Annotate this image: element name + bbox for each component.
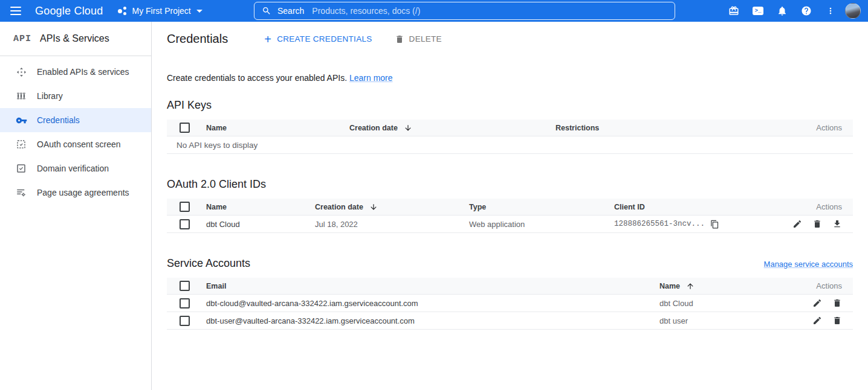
column-header-type[interactable]: Type <box>469 203 614 211</box>
manage-service-accounts-link[interactable]: Manage service accounts <box>764 260 853 269</box>
enabled-apis-icon <box>15 66 27 78</box>
service-account-name: dbt Cloud <box>659 299 798 308</box>
oauth-client-name: dbt Cloud <box>206 220 315 229</box>
api-keys-table: Name Creation date Restrictions Actions … <box>167 120 853 154</box>
table-row: dbt Cloud Jul 18, 2022 Web application 1… <box>167 216 853 233</box>
delete-icon[interactable] <box>832 316 842 325</box>
sort-descending-icon <box>369 203 378 211</box>
sidebar-item-label: Domain verification <box>37 164 109 173</box>
sidebar-item-page-usage-agreements[interactable]: Page usage agreements <box>0 181 151 205</box>
column-header-actions: Actions <box>786 202 853 211</box>
oauth-title: OAuth 2.0 Client IDs <box>167 178 853 191</box>
create-credentials-button[interactable]: + CREATE CREDENTIALS <box>264 33 372 45</box>
more-vertical-icon[interactable] <box>821 1 840 21</box>
column-header-creation-date[interactable]: Creation date <box>349 124 555 132</box>
copy-icon[interactable] <box>710 220 719 229</box>
top-navigation-bar: Google Cloud My First Project Search Pro… <box>0 0 868 22</box>
api-keys-empty-message: No API keys to display <box>167 136 853 154</box>
edit-icon[interactable] <box>812 298 822 308</box>
delete-icon[interactable] <box>832 298 842 308</box>
column-header-actions: Actions <box>786 123 853 132</box>
sidebar-item-label: Page usage agreements <box>37 188 129 197</box>
free-trial-gift-icon[interactable] <box>724 1 743 21</box>
service-accounts-header: Service Accounts Manage service accounts <box>167 257 853 270</box>
page-usage-icon <box>15 187 27 199</box>
sidebar-item-label: Library <box>37 91 63 101</box>
api-product-icon: API <box>13 34 31 44</box>
service-accounts-title: Service Accounts <box>167 257 250 270</box>
project-selector[interactable]: My First Project <box>117 6 202 16</box>
search-placeholder: Products, resources, docs (/) <box>312 6 420 16</box>
domain-verification-icon <box>15 162 27 174</box>
sidebar-item-label: Credentials <box>37 115 80 125</box>
table-row: dbt-user@vaulted-arcana-332422.iam.gserv… <box>167 312 853 330</box>
row-checkbox[interactable] <box>180 298 190 308</box>
google-cloud-logo[interactable]: Google Cloud <box>35 5 103 18</box>
delete-button[interactable]: DELETE <box>395 34 442 44</box>
cloud-shell-icon[interactable]: >_ <box>748 1 768 21</box>
sidebar-item-library[interactable]: Library <box>0 84 151 108</box>
main-content: Credentials + CREATE CREDENTIALS DELETE … <box>152 22 868 390</box>
service-accounts-table: Email Name Actions dbt-cloud@vaulted-arc… <box>167 278 853 330</box>
api-keys-title: API Keys <box>167 99 853 112</box>
sort-ascending-icon <box>686 282 695 290</box>
sidebar-item-label: Enabled APIs & services <box>37 67 129 77</box>
notifications-bell-icon[interactable] <box>772 1 792 21</box>
trash-icon <box>395 34 404 44</box>
user-avatar[interactable] <box>845 3 861 19</box>
hamburger-menu-icon[interactable] <box>4 0 28 22</box>
edit-icon[interactable] <box>792 219 802 229</box>
sidebar-item-enabled-apis[interactable]: Enabled APIs & services <box>0 60 151 84</box>
help-icon[interactable] <box>797 1 816 21</box>
sidebar-header: API APIs & Services <box>0 22 151 56</box>
page-title: Credentials <box>167 32 228 46</box>
column-header-client-id[interactable]: Client ID <box>614 203 786 211</box>
topbar-left: Google Cloud My First Project <box>0 0 254 22</box>
service-accounts-header-row: Email Name Actions <box>167 278 853 295</box>
sidebar-item-credentials[interactable]: Credentials <box>0 108 151 132</box>
column-header-creation-date[interactable]: Creation date <box>315 203 469 211</box>
sidebar-title: APIs & Services <box>40 33 109 44</box>
download-icon[interactable] <box>832 219 842 229</box>
service-account-email: dbt-cloud@vaulted-arcana-332422.iam.gser… <box>206 299 659 308</box>
edit-icon[interactable] <box>812 316 822 325</box>
row-checkbox[interactable] <box>180 219 190 229</box>
oauth-consent-icon <box>15 138 27 150</box>
row-checkbox[interactable] <box>180 316 190 326</box>
key-icon <box>15 114 27 126</box>
oauth-type: Web application <box>469 220 614 229</box>
table-row: dbt-cloud@vaulted-arcana-332422.iam.gser… <box>167 295 853 312</box>
sort-descending-icon <box>404 124 412 132</box>
select-all-checkbox[interactable] <box>180 123 190 133</box>
intro-text: Create credentials to access your enable… <box>167 73 853 83</box>
oauth-client-id: 128886265561-3ncv... <box>614 220 705 228</box>
sidebar-item-oauth-consent[interactable]: OAuth consent screen <box>0 132 151 156</box>
sidebar-item-label: OAuth consent screen <box>37 139 121 149</box>
column-header-name[interactable]: Name <box>659 282 798 290</box>
column-header-email[interactable]: Email <box>206 282 659 290</box>
service-account-email: dbt-user@vaulted-arcana-332422.iam.gserv… <box>206 316 659 325</box>
page-toolbar: Credentials + CREATE CREDENTIALS DELETE <box>152 22 868 56</box>
sidebar: API APIs & Services Enabled APIs & servi… <box>0 22 152 390</box>
api-keys-header-row: Name Creation date Restrictions Actions <box>167 120 853 136</box>
column-header-name[interactable]: Name <box>206 124 349 132</box>
select-all-checkbox[interactable] <box>180 281 190 291</box>
select-all-checkbox[interactable] <box>180 202 190 212</box>
sidebar-item-domain-verification[interactable]: Domain verification <box>0 156 151 181</box>
search-input[interactable]: Search Products, resources, docs (/) <box>254 2 675 20</box>
chevron-down-icon <box>196 10 202 13</box>
learn-more-link[interactable]: Learn more <box>349 73 393 83</box>
search-label: Search <box>277 6 304 16</box>
column-header-restrictions[interactable]: Restrictions <box>555 124 786 132</box>
library-icon <box>15 90 27 102</box>
project-icon <box>117 6 127 16</box>
oauth-header-row: Name Creation date Type Client ID Action… <box>167 199 853 216</box>
column-header-actions: Actions <box>798 281 853 290</box>
delete-icon[interactable] <box>812 219 822 229</box>
topbar-actions: >_ <box>724 1 868 21</box>
oauth-creation-date: Jul 18, 2022 <box>315 220 469 229</box>
gcp-console-page: Google Cloud My First Project Search Pro… <box>0 0 868 390</box>
content-area: Create credentials to access your enable… <box>152 56 868 390</box>
column-header-name[interactable]: Name <box>206 203 315 211</box>
service-account-name: dbt user <box>659 316 798 325</box>
